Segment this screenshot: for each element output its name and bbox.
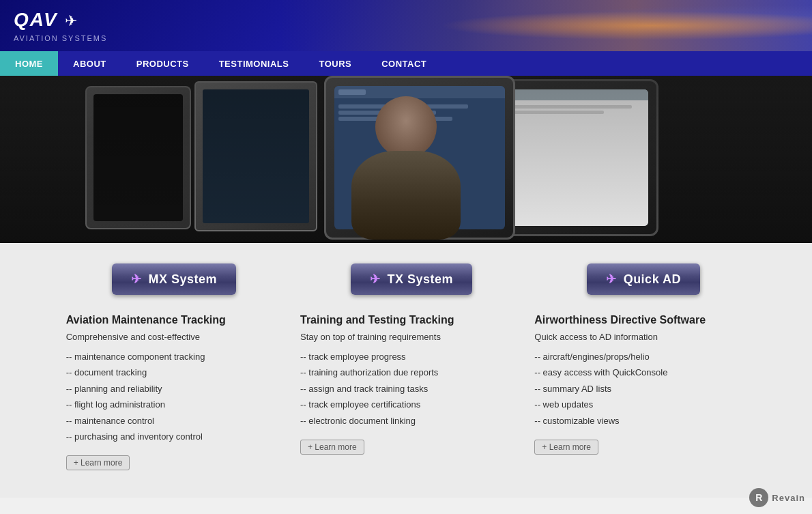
quickad-btn-plane-icon: ✈ <box>606 272 617 287</box>
tx-feature-column: Training and Testing Tracking Stay on to… <box>300 314 512 470</box>
nav-item-testimonials[interactable]: TESTIMONIALS <box>204 51 304 76</box>
header-bg-gradient <box>280 0 812 51</box>
logo-area: QAV ✈ AVIATION SYSTEMS <box>14 9 107 42</box>
list-item: assign and track training tasks <box>300 381 512 397</box>
header: QAV ✈ AVIATION SYSTEMS <box>0 0 812 51</box>
mx-feature-list: maintenance component tracking document … <box>66 349 278 444</box>
list-item: flight log administration <box>66 397 278 412</box>
list-item: electronic document linking <box>300 413 512 429</box>
mx-feature-title: Aviation Maintenance Tracking <box>66 314 278 326</box>
person-silhouette <box>351 96 461 240</box>
tx-btn-plane-icon: ✈ <box>370 272 381 287</box>
quickad-learn-more-link[interactable]: + Learn more <box>534 440 598 455</box>
main-navigation: HOME ABOUT PRODUCTS TESTIMONIALS TOURS C… <box>0 51 812 76</box>
hero-inner <box>0 76 812 243</box>
revain-label: Revain <box>772 493 805 498</box>
quickad-feature-title: Airworthiness Directive Software <box>534 314 746 326</box>
tx-btn-label: TX System <box>388 272 454 287</box>
list-item: customizable views <box>534 413 746 429</box>
logo-subtitle: AVIATION SYSTEMS <box>14 34 107 42</box>
nav-item-about[interactable]: ABOUT <box>58 51 121 76</box>
tx-system-button[interactable]: ✈ TX System <box>351 263 472 295</box>
list-item: maintenance control <box>66 413 278 429</box>
nav-item-contact[interactable]: CONTACT <box>366 51 441 76</box>
main-content: ✈ MX System ✈ TX System ✈ Quick AD Aviat… <box>0 243 812 498</box>
mx-feature-subtitle: Comprehensive and cost-effective <box>66 332 278 342</box>
nav-item-home[interactable]: HOME <box>0 51 58 76</box>
list-item: track employee progress <box>300 349 512 365</box>
features-row: Aviation Maintenance Tracking Comprehens… <box>55 314 757 470</box>
tx-feature-subtitle: Stay on top of training requirements <box>300 332 512 342</box>
logo-plane-icon: ✈ <box>65 12 77 30</box>
nav-item-tours[interactable]: TOURS <box>304 51 366 76</box>
logo-main: QAV <box>14 9 58 31</box>
nav-item-products[interactable]: PRODUCTS <box>121 51 204 76</box>
quickad-btn-label: Quick AD <box>624 272 681 287</box>
mx-btn-plane-icon: ✈ <box>131 272 142 287</box>
list-item: planning and reliability <box>66 381 278 397</box>
tx-feature-list: track employee progress training authori… <box>300 349 512 429</box>
list-item: document tracking <box>66 365 278 380</box>
list-item: track employee certifications <box>300 397 512 412</box>
product-buttons-row: ✈ MX System ✈ TX System ✈ Quick AD <box>55 263 757 295</box>
quickad-feature-subtitle: Quick access to AD information <box>534 332 746 342</box>
list-item: web updates <box>534 397 746 412</box>
list-item: maintenance component tracking <box>66 349 278 365</box>
hero-section <box>0 76 812 243</box>
revain-icon: R <box>749 488 768 498</box>
list-item: purchasing and inventory control <box>66 429 278 444</box>
revain-watermark: R Revain <box>749 488 805 498</box>
tx-learn-more-link[interactable]: + Learn more <box>300 440 364 455</box>
tx-feature-title: Training and Testing Tracking <box>300 314 512 326</box>
quickad-feature-list: aircraft/engines/props/helio easy access… <box>534 349 746 429</box>
header-background <box>280 0 812 51</box>
mx-system-button[interactable]: ✈ MX System <box>112 263 236 295</box>
quick-ad-button[interactable]: ✈ Quick AD <box>587 263 700 295</box>
list-item: easy access with QuickConsole <box>534 365 746 380</box>
list-item: aircraft/engines/props/helio <box>534 349 746 365</box>
list-item: summary AD lists <box>534 381 746 397</box>
list-item: training authorization due reports <box>300 365 512 380</box>
mx-learn-more-link[interactable]: + Learn more <box>66 455 130 470</box>
mx-btn-label: MX System <box>149 272 218 287</box>
quickad-feature-column: Airworthiness Directive Software Quick a… <box>534 314 746 470</box>
mx-feature-column: Aviation Maintenance Tracking Comprehens… <box>66 314 278 470</box>
